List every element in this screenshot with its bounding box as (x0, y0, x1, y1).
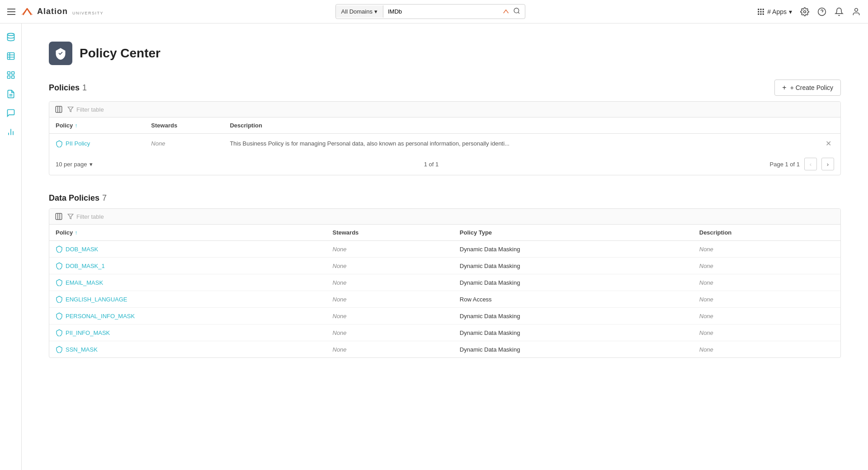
sidebar (0, 24, 22, 470)
dp-col-policy: Policy ↑ (49, 225, 326, 241)
dp-policy-link-4[interactable]: PERSONAL_INFO_MASK (56, 312, 320, 320)
table-columns-toggle[interactable] (55, 105, 63, 113)
policies-table-header-row: Policy ↑ Stewards Description (49, 118, 840, 134)
dp-policy-name-2: EMAIL_MASK (66, 279, 103, 286)
settings-icon[interactable] (800, 7, 809, 16)
policy-center-icon (49, 42, 72, 65)
nav-left: Alation UNIVERSITY (7, 7, 104, 16)
filter-icon-2 (67, 213, 74, 220)
dp-col-description-label: Description (699, 229, 732, 236)
dp-col-policy-type-label: Policy Type (460, 229, 492, 236)
page-info: Page 1 of 1 ‹ › (770, 158, 835, 170)
data-policies-section: Data Policies 7 (49, 193, 841, 358)
dp-policy-link-6[interactable]: SSN_MASK (56, 346, 320, 353)
policies-col-policy: Policy ↑ (49, 118, 145, 134)
article-icon (6, 89, 15, 99)
data-policies-count: 7 (102, 193, 107, 203)
apps-grid-icon (757, 8, 765, 16)
dp-policy-cell-6: SSN_MASK (49, 341, 326, 358)
data-policies-table-container: Filter table Policy ↑ (49, 208, 841, 358)
search-bar: All Domains ▾ (335, 4, 525, 19)
pagination-prev-button[interactable]: ‹ (804, 158, 817, 170)
top-navigation: Alation UNIVERSITY All Domains ▾ (0, 0, 868, 24)
policies-table-body: PII Policy None This Business Policy is … (49, 134, 840, 154)
data-policies-columns-toggle[interactable] (55, 212, 63, 221)
data-policies-table-row: PII_INFO_MASK None Dynamic Data Masking … (49, 324, 840, 341)
dp-stewards-cell-6: None (326, 341, 453, 358)
dp-policy-link-1[interactable]: DOB_MASK_1 (56, 262, 320, 269)
col-description-label: Description (230, 122, 262, 129)
data-policies-table-row: DOB_MASK None Dynamic Data Masking None (49, 241, 840, 258)
svg-rect-6 (763, 11, 764, 12)
data-policies-table-toolbar: Filter table (49, 209, 840, 225)
dp-policy-cell-5: PII_INFO_MASK (49, 324, 326, 341)
data-policies-filter-area[interactable]: Filter table (67, 213, 835, 220)
shield-icon (54, 47, 67, 60)
search-icon[interactable] (513, 7, 520, 16)
svg-rect-27 (56, 213, 62, 220)
data-policies-table-row: EMAIL_MASK None Dynamic Data Masking Non… (49, 274, 840, 291)
policies-count: 1 (82, 83, 87, 93)
dp-description-cell-4: None (693, 308, 840, 324)
dp-policy-name-0: DOB_MASK (66, 246, 98, 253)
data-policies-table-row: PERSONAL_INFO_MASK None Dynamic Data Mas… (49, 308, 840, 324)
data-policies-table-row: ENGLISH_LANGUAGE None Row Access None (49, 291, 840, 308)
svg-rect-4 (758, 11, 759, 12)
policies-pagination: 10 per page ▾ 1 of 1 Page 1 of 1 ‹ › (49, 153, 840, 175)
per-page-label: 10 per page (56, 161, 87, 168)
dp-policy-link-0[interactable]: DOB_MASK (56, 245, 320, 253)
dp-policy-name-6: SSN_MASK (66, 346, 98, 353)
dp-policy-type-cell-3: Row Access (453, 291, 693, 308)
domain-selector[interactable]: All Domains ▾ (336, 5, 383, 18)
dp-policy-cell-2: EMAIL_MASK (49, 274, 326, 291)
sidebar-item-tables[interactable] (3, 48, 19, 64)
dp-stewards-cell-2: None (326, 274, 453, 291)
dp-policy-link-5[interactable]: PII_INFO_MASK (56, 329, 320, 336)
svg-rect-7 (758, 13, 759, 14)
svg-rect-19 (11, 76, 14, 79)
svg-rect-8 (760, 13, 762, 14)
policies-table-row: PII Policy None This Business Policy is … (49, 134, 840, 154)
search-input[interactable] (388, 8, 500, 15)
pagination-next-button[interactable]: › (821, 158, 834, 170)
dp-policy-link-icon-1 (56, 262, 63, 269)
delete-policy-button-0[interactable]: ✕ (823, 138, 834, 149)
policies-section-header: Policies 1 + + Create Policy (49, 80, 841, 96)
dp-policy-cell-3: ENGLISH_LANGUAGE (49, 291, 326, 308)
svg-rect-18 (7, 76, 10, 79)
dp-policy-link-2[interactable]: EMAIL_MASK (56, 279, 320, 286)
apps-label: # Apps (767, 8, 787, 15)
dp-col-stewards-label: Stewards (333, 229, 359, 236)
notifications-icon[interactable] (835, 7, 844, 16)
dp-policy-link-3[interactable]: ENGLISH_LANGUAGE (56, 296, 320, 303)
database-icon (6, 33, 15, 42)
policies-filter-area[interactable]: Filter table (67, 106, 835, 113)
create-policy-button[interactable]: + + Create Policy (774, 80, 841, 96)
alation-logo[interactable]: Alation UNIVERSITY (20, 7, 104, 16)
columns-icon (55, 105, 63, 113)
dp-stewards-cell-0: None (326, 241, 453, 258)
dp-col-stewards: Stewards (326, 225, 453, 241)
svg-rect-2 (760, 9, 762, 10)
col-stewards-label: Stewards (151, 122, 177, 129)
sidebar-item-schemas[interactable] (3, 67, 19, 83)
dp-col-policy-type: Policy Type (453, 225, 693, 241)
apps-button[interactable]: # Apps ▾ (757, 8, 792, 16)
profile-icon[interactable] (852, 7, 861, 16)
policies-col-description: Description (223, 118, 816, 134)
per-page-selector[interactable]: 10 per page ▾ (56, 161, 93, 168)
hamburger-menu[interactable] (7, 9, 15, 15)
help-icon[interactable] (817, 7, 826, 16)
dp-col-description: Description (693, 225, 840, 241)
dp-stewards-cell-4: None (326, 308, 453, 324)
dp-policy-type-cell-2: Dynamic Data Masking (453, 274, 693, 291)
table-icon (6, 52, 15, 61)
sidebar-item-analytics[interactable] (3, 124, 19, 140)
nav-right: # Apps ▾ (757, 7, 861, 16)
sidebar-item-conversations[interactable] (3, 105, 19, 121)
svg-rect-17 (11, 72, 14, 75)
dp-policy-type-cell-5: Dynamic Data Masking (453, 324, 693, 341)
sidebar-item-databases[interactable] (3, 29, 19, 45)
sidebar-item-articles[interactable] (3, 86, 19, 102)
policy-link-0[interactable]: PII Policy (56, 140, 138, 147)
